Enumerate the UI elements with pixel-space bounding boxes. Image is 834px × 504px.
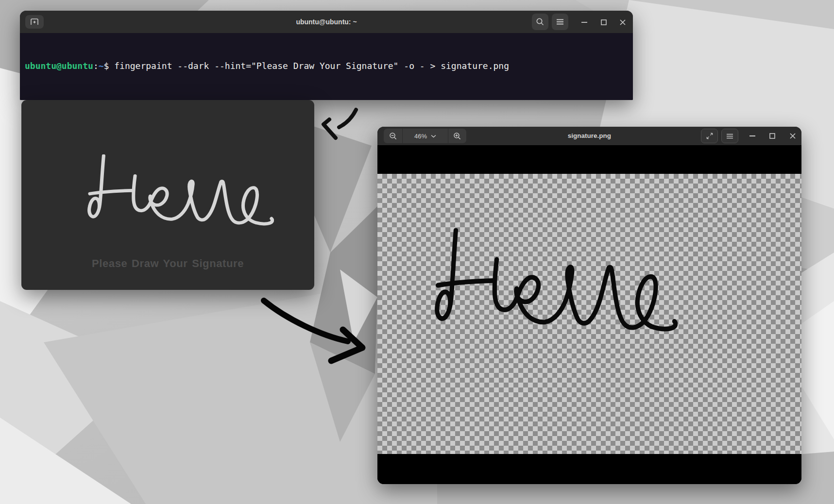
prompt-user-host: ubuntu@ubuntu: [25, 61, 93, 71]
fullscreen-icon: [706, 132, 714, 140]
maximize-icon: [601, 19, 607, 25]
close-icon: [620, 19, 626, 25]
signature-h-stem: [89, 156, 104, 217]
signature-hint-text: Please Draw Your Signature: [21, 257, 314, 270]
signature-crossbar: [438, 281, 493, 286]
minimize-button[interactable]: [578, 16, 591, 29]
viewer-close-button[interactable]: [786, 130, 800, 142]
terminal-output-area[interactable]: ubuntu@ubuntu:~$ fingerpaint --dark --hi…: [20, 33, 633, 100]
hamburger-icon: [556, 19, 564, 25]
desktop: ubuntu@ubuntu: ~: [0, 0, 834, 504]
signature-h-stem: [437, 230, 456, 319]
search-button[interactable]: [532, 14, 548, 30]
close-icon: [790, 133, 796, 139]
fullscreen-button[interactable]: [701, 129, 718, 143]
hamburger-icon: [726, 134, 733, 139]
letterbox-bottom: [377, 454, 801, 484]
fingerpaint-window[interactable]: Please Draw Your Signature: [21, 100, 314, 290]
signature-drawing-dark: [435, 228, 678, 344]
annotation-arrow-large: [260, 294, 370, 365]
minimize-icon: [749, 135, 755, 137]
terminal-window: ubuntu@ubuntu: ~: [20, 11, 633, 100]
viewer-titlebar[interactable]: 46% signature.png: [377, 127, 801, 145]
signature-drawing-light: [87, 154, 274, 234]
image-viewer-window: 46% signature.png: [377, 127, 801, 484]
terminal-command: fingerpaint --dark --hint="Please Draw Y…: [114, 61, 509, 71]
viewer-minimize-button[interactable]: [746, 130, 759, 142]
arrow-small-head: [323, 119, 336, 138]
viewer-maximize-button[interactable]: [766, 130, 779, 142]
prompt-symbol: $: [104, 61, 115, 71]
search-icon: [536, 17, 545, 26]
arrow-small-shaft: [339, 110, 356, 127]
terminal-prompt-line: ubuntu@ubuntu:~$ fingerpaint --dark --hi…: [25, 60, 628, 72]
arrow-large-shaft: [264, 301, 348, 341]
menu-button[interactable]: [552, 14, 568, 30]
signature-body: [134, 176, 272, 224]
letterbox-top: [377, 145, 801, 174]
prompt-separator: :: [93, 61, 99, 71]
arrow-large-head: [331, 330, 362, 361]
terminal-titlebar[interactable]: ubuntu@ubuntu: ~: [20, 11, 633, 33]
signature-body: [494, 259, 675, 329]
prompt-path: ~: [99, 61, 104, 71]
maximize-button[interactable]: [597, 16, 611, 29]
signature-crossbar: [90, 190, 132, 194]
viewer-menu-button[interactable]: [721, 129, 738, 143]
maximize-icon: [769, 133, 775, 139]
annotation-arrow-small: [317, 103, 361, 146]
minimize-icon: [581, 21, 587, 23]
close-button[interactable]: [616, 16, 630, 29]
